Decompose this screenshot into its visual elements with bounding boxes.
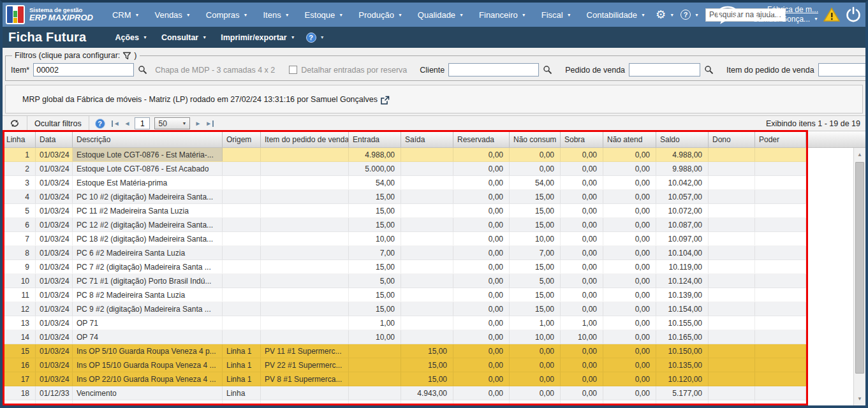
cell-origem[interactable]: Linha 1 — [223, 358, 261, 372]
cell-origem[interactable] — [223, 246, 261, 259]
cell-saida[interactable] — [401, 274, 453, 288]
cell-reservada[interactable]: 0,00 — [453, 218, 510, 231]
cell-saida[interactable] — [401, 330, 453, 344]
cell-poder[interactable] — [755, 274, 806, 288]
cell-entrada[interactable]: 7,00 — [349, 246, 401, 259]
cell-entrada[interactable]: 15,00 — [349, 190, 401, 203]
cell-origem[interactable]: Linha 1 — [223, 344, 261, 358]
table-row[interactable]: 201/03/24Estoque Lote CGT-0876 - Est Aca… — [3, 162, 806, 176]
scrollbar-thumb[interactable] — [855, 162, 864, 374]
prev-page-icon[interactable]: ◄ — [124, 120, 131, 127]
cell-saldo[interactable]: 10.087,00 — [656, 218, 709, 231]
cell-item_pedido[interactable] — [261, 302, 349, 316]
cell-poder[interactable] — [755, 246, 806, 259]
cell-item_pedido[interactable] — [261, 176, 349, 189]
cell-origem[interactable] — [223, 316, 261, 330]
cell-poder[interactable] — [755, 358, 806, 372]
cell-poder[interactable] — [755, 204, 806, 217]
cell-dono[interactable] — [709, 274, 755, 288]
cell-dono[interactable] — [709, 190, 755, 203]
cell-sobra[interactable]: 0,00 — [561, 218, 603, 231]
cell-data[interactable]: 01/03/24 — [36, 260, 73, 273]
cell-nao_consum[interactable]: 0,00 — [510, 372, 561, 386]
external-link-icon[interactable] — [380, 96, 390, 105]
cell-dono[interactable] — [709, 288, 755, 302]
cell-poder[interactable] — [755, 190, 806, 203]
user-menu[interactable]: Samuel Gonça... ▼ — [753, 15, 818, 24]
column-header-nao_consum[interactable]: Não consum — [510, 131, 561, 147]
cell-sobra[interactable]: 1,00 — [561, 316, 603, 330]
table-row[interactable]: 301/03/24Estoque Est Matéria-prima54,000… — [3, 176, 806, 190]
table-row[interactable]: 1001/03/24PC 71 #1 (digitação) Porto Bra… — [3, 274, 806, 288]
top-menu-compras[interactable]: Compras▼ — [198, 10, 256, 20]
column-header-item_pedido[interactable]: Item do pedido de venda — [261, 131, 349, 147]
cell-nao_consum[interactable]: 15,00 — [510, 190, 561, 203]
cliente-input[interactable] — [448, 63, 539, 76]
cell-dono[interactable] — [709, 400, 755, 405]
cell-entrada[interactable] — [349, 344, 401, 358]
cell-saldo[interactable]: 10.057,00 — [656, 190, 709, 203]
page-size-select[interactable]: 50 ▼ — [154, 117, 190, 129]
cell-nao_atend[interactable]: 0,00 — [603, 204, 656, 217]
column-header-data[interactable]: Data — [36, 131, 73, 147]
cell-reservada[interactable]: 0,00 — [453, 232, 510, 245]
cell-dono[interactable] — [709, 302, 755, 316]
page-number-input[interactable] — [135, 117, 150, 129]
cell-sobra[interactable]: 0,00 — [561, 274, 603, 288]
cell-item_pedido[interactable]: PV 8 #1 Supermerca... — [261, 372, 349, 386]
cell-item_pedido[interactable] — [261, 246, 349, 259]
cell-saida[interactable] — [401, 176, 453, 189]
cell-nao_consum[interactable]: 15,00 — [510, 218, 561, 231]
cell-sobra[interactable]: 0,00 — [561, 204, 603, 217]
cell-descricao[interactable]: PC 9 #2 (digitação) Madeireira Santa ... — [73, 302, 223, 316]
cell-entrada[interactable]: 10,00 — [349, 330, 401, 344]
cell-saida[interactable]: 5.000,00 — [401, 400, 453, 405]
cell-origem[interactable]: Linha — [223, 400, 261, 405]
cell-entrada[interactable] — [349, 400, 401, 405]
cell-reservada[interactable]: 0,00 — [453, 176, 510, 189]
cell-entrada[interactable]: 5,00 — [349, 274, 401, 288]
cell-saldo[interactable]: 10.154,00 — [656, 302, 709, 316]
cell-saida[interactable]: 15,00 — [401, 344, 453, 358]
page-chevron-down-icon[interactable]: ▼ — [320, 35, 325, 40]
cell-data[interactable]: 01/03/24 — [36, 232, 73, 245]
column-header-entrada[interactable]: Entrada — [349, 131, 401, 147]
column-header-poder[interactable]: Poder — [755, 131, 806, 147]
page-menu-imprimir-exportar[interactable]: Imprimir/exportar▼ — [214, 33, 302, 42]
cell-nao_atend[interactable]: 0,00 — [603, 372, 656, 386]
column-header-saldo[interactable]: Saldo — [656, 131, 709, 147]
cell-saldo[interactable]: 10.165,00 — [656, 330, 709, 344]
cell-linha[interactable]: 10 — [3, 274, 36, 288]
cell-linha[interactable]: 15 — [3, 344, 36, 358]
cell-item_pedido[interactable] — [261, 190, 349, 203]
cell-nao_consum[interactable]: 10,00 — [510, 232, 561, 245]
cell-data[interactable]: 01/03/24 — [36, 176, 73, 189]
cell-nao_consum[interactable]: 0,00 — [510, 358, 561, 372]
top-menu-fiscal[interactable]: Fiscal▼ — [534, 10, 579, 20]
cell-entrada[interactable]: 4.988,00 — [349, 148, 401, 161]
cell-descricao[interactable]: PC 7 #2 (digitação) Madeireira Santa ... — [73, 260, 223, 273]
cell-data[interactable]: 01/03/24 — [36, 246, 73, 259]
cell-data[interactable]: 01/03/24 — [36, 162, 73, 175]
cell-nao_consum[interactable]: 0,00 — [510, 148, 561, 161]
cell-saida[interactable] — [401, 232, 453, 245]
cell-origem[interactable] — [223, 330, 261, 344]
cell-dono[interactable] — [709, 246, 755, 259]
page-menu-a-es[interactable]: Ações▼ — [108, 33, 154, 42]
cell-descricao[interactable]: PC 18 #2 (digitação) Madeireira Santa... — [73, 232, 223, 245]
cell-item_pedido[interactable]: PV 11 #1 Supermerc... — [261, 344, 349, 358]
cell-saldo[interactable]: 10.124,00 — [656, 274, 709, 288]
cell-origem[interactable] — [223, 232, 261, 245]
cell-nao_consum[interactable]: 15,00 — [510, 302, 561, 316]
table-row[interactable]: 901/03/24PC 7 #2 (digitação) Madeireira … — [3, 260, 806, 274]
vertical-scrollbar[interactable]: ▲ ▼ — [853, 148, 865, 405]
cell-reservada[interactable]: 0,00 — [453, 358, 510, 372]
top-menu-financeiro[interactable]: Financeiro▼ — [471, 10, 534, 20]
gear-chevron-down-icon[interactable]: ▼ — [670, 13, 674, 17]
first-page-icon[interactable]: ◄ — [112, 120, 120, 127]
cell-poder[interactable] — [755, 232, 806, 245]
cell-entrada[interactable]: 1,00 — [349, 316, 401, 330]
cell-saldo[interactable]: 10.072,00 — [656, 204, 709, 217]
item-search-icon[interactable] — [138, 65, 147, 75]
cell-saida[interactable] — [401, 260, 453, 273]
